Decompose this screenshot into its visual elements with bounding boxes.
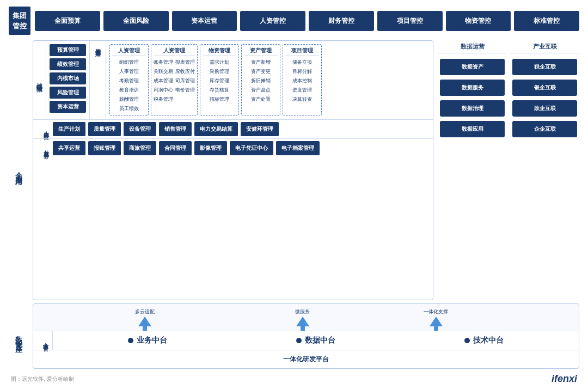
strategy-card: 风险管理 [50, 87, 86, 99]
arrow-stem [143, 326, 147, 331]
arrow-item: 一体化支撑 [424, 308, 448, 331]
main-section: 企业应用 战略绩效 预算管理绩效管理内模市场风险管理资本运营 资源管理 人资管理… [9, 40, 579, 300]
zhongtai-row: 企业中台 业务中台数据中台技术中台 [33, 331, 579, 350]
right-section: 数据运营 数据资产数据服务数据治理数据应用 产业互联 税企互联银企互联政企互联企… [438, 40, 579, 300]
shared-row: 共享服务 共享运营报账管理商旅管理合同管理影像管理电子凭证中心电子档案管理 [33, 138, 433, 157]
zhongtai-dot [128, 338, 133, 343]
dashed-item: 资产处置 [244, 95, 278, 104]
production-label: 生产经营 [36, 127, 50, 131]
digital-body: 多云适配微服务一体化支撑 企业中台 业务中台数据中台技术中台 一体化研发平台 [33, 303, 579, 369]
dashed-col: 账务管理关联交易成本管理利润中心税务管理 [154, 58, 173, 113]
data-ops-item: 数据应用 [440, 121, 505, 137]
shared-item: 电子档案管理 [276, 141, 320, 155]
top-btn[interactable]: 项目管控 [377, 11, 443, 31]
dashed-group-cols: 账务管理关联交易成本管理利润中心税务管理报表管理应收应付司库管理电价管理 [154, 58, 195, 113]
zhongtai-label-col: 企业中台 [33, 331, 53, 350]
shared-items: 共享运营报账管理商旅管理合同管理影像管理电子凭证中心电子档案管理 [53, 141, 320, 155]
shared-item: 报账管理 [88, 141, 121, 155]
enterprise-body: 战略绩效 预算管理绩效管理内模市场风险管理资本运营 资源管理 人资管理组织管理人… [33, 40, 433, 300]
top-btn[interactable]: 人资管控 [240, 11, 305, 31]
zhongtai-label: 企业中台 [36, 338, 49, 343]
dashed-group-title: 项目管理 [285, 47, 319, 56]
dashed-group: 人资管理账务管理关联交易成本管理利润中心税务管理报表管理应收应付司库管理电价管理 [151, 44, 198, 116]
dashed-col: 资产新增资产变更折旧摊销资产盘点资产处置 [244, 58, 278, 113]
digital-label: 数字化底座 [9, 331, 28, 342]
top-btn[interactable]: 标准管控 [514, 11, 579, 31]
dashed-item: 薪酬管理 [112, 95, 146, 104]
digital-section: 数字化底座 多云适配微服务一体化支撑 企业中台 业务中台数据中台技术中台 一体化… [9, 303, 579, 369]
arrow-label: 多云适配 [135, 308, 155, 315]
production-items: 生产计划质量管理设备管理销售管理电力交易结算安健环管理 [53, 122, 279, 136]
arrow-stem [301, 326, 305, 331]
dashed-group-title: 人资管理 [112, 47, 146, 56]
data-ops-col: 数据运营 数据资产数据服务数据治理数据应用 [438, 40, 507, 300]
dashed-item: 资产新增 [244, 58, 278, 66]
strategy-row: 战略绩效 预算管理绩效管理内模市场风险管理资本运营 资源管理 人资管理组织管理人… [33, 41, 433, 119]
resource-col: 资源管理 [90, 41, 106, 119]
dashed-item: 采购管理 [203, 68, 236, 76]
top-btn[interactable]: 物资管控 [446, 11, 511, 31]
dashed-item: 决算转资 [285, 95, 319, 104]
dashed-item: 账务管理 [154, 58, 173, 66]
dashed-item: 司库管理 [175, 77, 195, 85]
shared-item: 影像管理 [194, 141, 227, 155]
platform-row: 一体化研发平台 [33, 350, 579, 368]
dashed-item: 成本管理 [154, 77, 173, 85]
strategy-card: 绩效管理 [50, 58, 86, 70]
arrow-item: 多云适配 [135, 308, 155, 331]
dashed-item: 报表管理 [175, 58, 195, 66]
dashed-group: 物资管理需求计划采购管理库存管理存货核算招标管理 [200, 44, 239, 116]
production-item: 质量管理 [88, 122, 121, 136]
top-buttons: 全面预算全面风险资本运营人资管控财务管控项目管控物资管控标准管控 [35, 11, 579, 31]
top-btn[interactable]: 资本运营 [172, 11, 237, 31]
enterprise-label-col: 企业应用 [9, 40, 28, 300]
arrow-head [138, 317, 151, 326]
dashed-col: 组织管理人事管理考勤管理教育培训薪酬管理员工绩效 [112, 58, 146, 113]
zhongtai-item-label: 业务中台 [137, 336, 167, 345]
dashed-group: 资产管理资产新增资产变更折旧摊销资产盘点资产处置 [241, 44, 280, 116]
footer-source: 图：远光软件, 爱分析绘制 [11, 375, 74, 383]
zhongtai-dot [464, 338, 470, 343]
zhongtai-item: 技术中台 [464, 336, 504, 345]
data-ops-item: 数据服务 [440, 80, 505, 96]
dashed-item: 教育培训 [112, 86, 146, 94]
zhongtai-dot [296, 338, 302, 343]
production-item: 生产计划 [53, 122, 85, 136]
dashed-item: 需求计划 [203, 58, 236, 66]
dashed-group: 人资管理组织管理人事管理考勤管理教育培训薪酬管理员工绩效 [109, 44, 149, 116]
arrow-item: 微服务 [295, 308, 310, 331]
dashed-item: 存货核算 [203, 86, 236, 94]
zhongtai-item: 业务中台 [128, 336, 167, 345]
industry-connect-title: 产业互联 [510, 40, 579, 53]
zhongtai-item-label: 技术中台 [473, 336, 504, 345]
group-label-text: 集团 管控 [13, 10, 27, 32]
production-item: 销售管理 [159, 122, 192, 136]
arrow-label: 一体化支撑 [424, 308, 448, 315]
footer: 图：远光软件, 爱分析绘制 ifenxi [9, 373, 579, 385]
top-section: 集团 管控 全面预算全面风险资本运营人资管控财务管控项目管控物资管控标准管控 [9, 7, 579, 35]
dashed-item: 利润中心 [154, 86, 173, 94]
dashed-item: 税务管理 [154, 95, 173, 104]
enterprise-label: 企业应用 [14, 166, 23, 175]
zhongtai-item-label: 数据中台 [305, 336, 335, 345]
arrows-container: 多云适配微服务一体化支撑 [39, 304, 573, 331]
dashed-col: 需求计划采购管理库存管理存货核算招标管理 [203, 58, 236, 113]
right-top: 数据运营 数据资产数据服务数据治理数据应用 产业互联 税企互联银企互联政企互联企… [438, 40, 579, 300]
data-ops-items: 数据资产数据服务数据治理数据应用 [438, 56, 507, 141]
shared-item: 合同管理 [159, 141, 192, 155]
industry-item: 税企互联 [512, 59, 577, 75]
dashed-item: 应收应付 [175, 68, 195, 76]
dashed-item: 进度管理 [285, 86, 319, 94]
top-btn[interactable]: 全面预算 [35, 11, 100, 31]
dashed-item: 库存管理 [203, 77, 236, 85]
strategy-label: 战略绩效 [33, 41, 46, 119]
top-btn[interactable]: 全面风险 [103, 11, 169, 31]
industry-item: 政企互联 [512, 100, 577, 117]
dashed-item: 招标管理 [203, 95, 236, 104]
production-item: 安健环管理 [241, 122, 279, 136]
top-btn[interactable]: 财务管控 [309, 11, 374, 31]
arrow-head [430, 317, 443, 326]
shared-item: 电子凭证中心 [230, 141, 273, 155]
strategy-cards: 预算管理绩效管理内模市场风险管理资本运营 [46, 41, 90, 119]
industry-item: 企企互联 [512, 121, 577, 137]
